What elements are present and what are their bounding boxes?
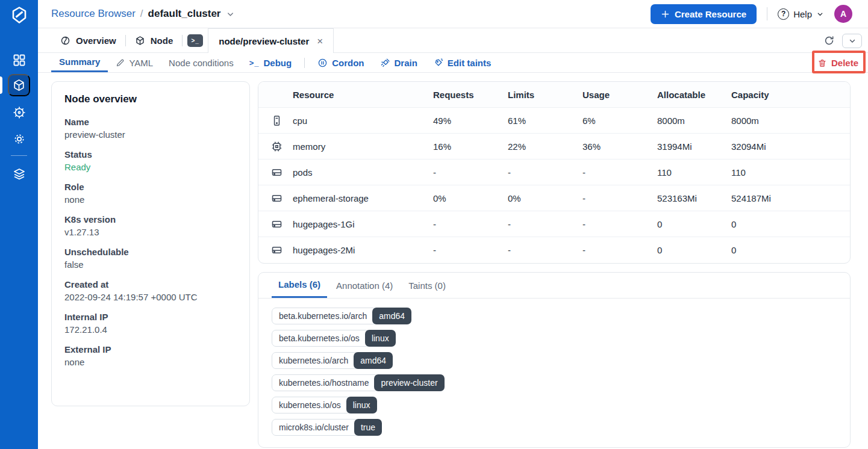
column-requests: Requests — [433, 90, 508, 100]
label-value: amd64 — [372, 308, 411, 324]
toolbar-edit-taints[interactable]: Edit taints — [425, 53, 499, 72]
tag-pen-icon — [433, 58, 443, 68]
helm-wheel-icon — [12, 105, 27, 120]
field-value: v1.27.13 — [64, 227, 237, 237]
label-key: kubernetes.io/arch — [272, 352, 358, 369]
label-value: true — [354, 419, 382, 436]
field-value: preview-cluster — [64, 129, 237, 140]
breadcrumb: Resource Browser / default_cluster — [51, 8, 235, 20]
sidebar-item-layers[interactable] — [10, 164, 28, 183]
field-k8s-version: K8s version v1.27.13 — [64, 214, 237, 237]
breadcrumb-cluster[interactable]: default_cluster — [148, 8, 221, 20]
resource-table: Resource Requests Limits Usage Allocatab… — [258, 81, 851, 264]
toolbar-yaml[interactable]: YAML — [108, 53, 161, 72]
refresh-button[interactable] — [823, 35, 835, 46]
pause-circle-icon — [317, 58, 328, 68]
label-key: kubernetes.io/os — [272, 397, 351, 413]
table-row: hugepages-1Gi - - - 0 0 — [258, 211, 850, 237]
tab-node-label: Node — [151, 36, 173, 46]
cordon-label: Cordon — [332, 58, 364, 68]
toolbar-drain[interactable]: Drain — [372, 53, 425, 72]
terminal-icon: >_ — [187, 34, 203, 47]
cube-icon — [135, 36, 145, 46]
label-key: beta.kubernetes.io/os — [272, 330, 370, 347]
field-label: Unschedulable — [64, 247, 237, 257]
delete-button[interactable]: Delete — [817, 53, 858, 73]
pencil-icon — [116, 58, 125, 67]
cube-icon — [12, 78, 26, 92]
field-label: K8s version — [64, 214, 237, 224]
drive-icon — [270, 218, 283, 231]
label-chip: kubernetes.io/hostname preview-cluster — [272, 374, 445, 391]
sidebar — [0, 0, 38, 449]
table-header-row: Resource Requests Limits Usage Allocatab… — [258, 82, 850, 108]
field-value: false — [64, 259, 237, 270]
tab-annotation[interactable]: Annotation (4) — [329, 273, 399, 298]
field-value: none — [64, 357, 237, 367]
field-status: Status Ready — [64, 149, 237, 172]
tab-bar: Overview Node >_ node/preview-cluster × — [38, 28, 868, 53]
grid-icon — [12, 53, 27, 67]
tab-taints[interactable]: Taints (0) — [402, 273, 452, 298]
cpu-icon — [270, 114, 283, 127]
toolbar-divider — [304, 58, 305, 68]
label-chip: kubernetes.io/os linux — [272, 397, 377, 413]
column-limits: Limits — [508, 90, 582, 100]
field-value: 2022-09-24 14:19:57 +0000 UTC — [64, 292, 237, 302]
column-allocatable: Allocatable — [657, 90, 731, 100]
label-chip: microk8s.io/cluster true — [272, 419, 382, 436]
toolbar-debug[interactable]: >_ Debug — [242, 53, 300, 72]
breadcrumb-resource-browser[interactable]: Resource Browser — [51, 8, 136, 20]
label-value: linux — [365, 330, 396, 347]
top-header: Resource Browser / default_cluster Creat… — [38, 0, 868, 28]
field-value: none — [64, 194, 237, 205]
table-row: pods - - - 110 110 — [258, 159, 850, 185]
field-label: Name — [64, 117, 237, 127]
label-chip: beta.kubernetes.io/arch amd64 — [272, 308, 411, 324]
field-name: Name preview-cluster — [64, 117, 237, 140]
refresh-icon — [823, 35, 835, 46]
trash-icon — [817, 58, 827, 68]
label-value: linux — [346, 397, 377, 413]
gear-icon — [12, 132, 27, 146]
label-value: preview-cluster — [374, 374, 444, 391]
help-icon: ? — [778, 8, 789, 20]
table-row: hugepages-2Mi - - - 0 0 — [258, 237, 850, 263]
page-title: Node overview — [64, 93, 237, 105]
node-toolbar: Summary YAML Node conditions >_ Debug — [38, 53, 868, 73]
tab-labels[interactable]: Labels (6) — [272, 273, 327, 298]
field-internal-ip: Internal IP 172.21.0.4 — [64, 312, 237, 335]
create-resource-button[interactable]: Create Resource — [651, 4, 757, 24]
sidebar-item-helm[interactable] — [10, 103, 28, 122]
sidebar-divider — [11, 155, 27, 156]
help-menu-button[interactable]: ? Help — [778, 8, 824, 20]
field-external-ip: External IP none — [64, 344, 237, 367]
tab-overview[interactable]: Overview — [51, 28, 125, 52]
tab-node[interactable]: Node — [126, 28, 183, 52]
tab-terminal[interactable]: >_ — [183, 28, 208, 52]
active-tab-label: node/preview-cluster — [219, 36, 309, 46]
toolbar-cordon[interactable]: Cordon — [310, 53, 372, 72]
labels-list: beta.kubernetes.io/arch amd64 beta.kuber… — [258, 299, 850, 448]
resource-name: ephemeral-storage — [293, 193, 369, 203]
chevron-down-icon[interactable] — [226, 10, 235, 19]
app-logo-icon — [9, 5, 29, 25]
field-label: Internal IP — [64, 312, 237, 322]
close-icon[interactable]: × — [317, 36, 323, 46]
sidebar-item-apps-grid[interactable] — [10, 51, 28, 69]
tab-overview-label: Overview — [76, 36, 116, 46]
avatar[interactable]: A — [834, 5, 852, 23]
drive-icon — [270, 192, 283, 205]
tab-node-preview-cluster[interactable]: node/preview-cluster × — [208, 28, 334, 53]
field-label: Created at — [64, 279, 237, 290]
toolbar-node-conditions[interactable]: Node conditions — [161, 53, 242, 72]
sidebar-item-settings[interactable] — [10, 129, 28, 148]
yaml-label: YAML — [129, 58, 153, 68]
field-label: Status — [64, 149, 237, 159]
field-label: Role — [64, 182, 237, 192]
toolbar-summary[interactable]: Summary — [51, 53, 108, 72]
tab-options-dropdown-button[interactable] — [842, 34, 862, 48]
label-key: beta.kubernetes.io/arch — [272, 308, 377, 324]
sidebar-item-resources[interactable] — [8, 74, 30, 96]
column-capacity: Capacity — [731, 90, 850, 100]
